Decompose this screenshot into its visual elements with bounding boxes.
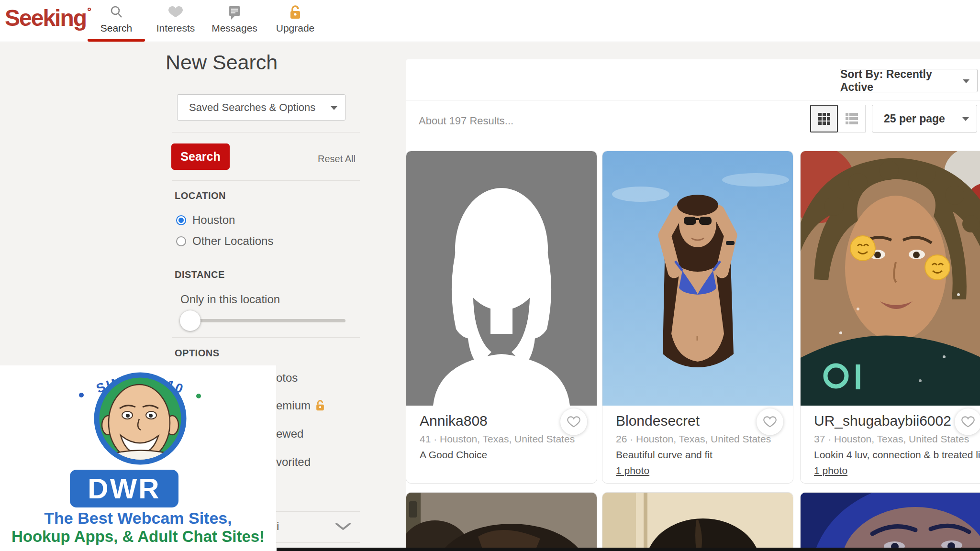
list-view-toggle[interactable] <box>838 105 866 132</box>
caret-down-icon <box>963 79 969 83</box>
nav-item-upgrade[interactable]: Upgrade <box>267 5 324 40</box>
options-heading: OPTIONS <box>175 348 220 359</box>
ad-tagline-2: Hookup Apps, & Adult Chat Sites! <box>0 528 276 546</box>
profile-photo <box>801 151 980 406</box>
nav-label-upgrade: Upgrade <box>276 22 315 34</box>
option-label-fragment: ewed <box>276 427 303 441</box>
default-avatar-silhouette <box>406 151 597 406</box>
location-option-label: Other Locations <box>192 234 273 248</box>
results-count: About 197 Results... <box>419 115 513 127</box>
emoji-sticker-icon <box>850 236 875 261</box>
option-with-photos[interactable]: otos <box>276 371 298 385</box>
nav-item-messages[interactable]: Messages <box>206 5 263 40</box>
profile-info: Annika808 41 · Houston, Texas, United St… <box>406 406 597 483</box>
sort-by-value: Sort By: Recently Active <box>840 68 966 94</box>
divider <box>172 337 360 338</box>
profile-photo <box>406 493 597 551</box>
dwr-logo-text: DWR <box>88 472 160 505</box>
distance-slider[interactable] <box>182 313 345 328</box>
seeking-search-page: { "nav": { "logo": "Seeking", "items": [… <box>0 0 980 551</box>
seeking-logo[interactable]: Seeking <box>5 5 86 31</box>
profile-meta: 26 · Houston, Texas, United States <box>616 433 781 445</box>
list-view-icon <box>845 112 858 125</box>
photo-woman-selfie <box>801 151 980 406</box>
per-page-value: 25 per page <box>884 112 945 125</box>
option-label-fragment: vorited <box>276 455 311 469</box>
search-button[interactable]: Search <box>171 143 230 170</box>
distance-value-label: Only in this location <box>180 293 280 306</box>
profile-card[interactable]: UR_shugabaybii6002 37 · Houston, Texas, … <box>801 151 980 483</box>
profile-tagline: Lookin 4 luv, connection & b treated lik… <box>814 449 980 461</box>
heart-icon <box>167 5 184 20</box>
profile-photo <box>801 493 980 551</box>
profile-card[interactable]: Annika808 41 · Houston, Texas, United St… <box>406 151 597 483</box>
divider <box>172 180 360 181</box>
radio-selected-icon[interactable] <box>176 215 186 225</box>
nav-label-interests: Interests <box>156 22 195 34</box>
location-radio-houston[interactable]: Houston <box>176 213 235 227</box>
profile-photo <box>602 151 793 406</box>
profile-info: Blondesecret 26 · Houston, Texas, United… <box>602 406 793 483</box>
option-viewed[interactable]: ewed <box>276 427 303 441</box>
caret-down-icon <box>962 117 969 121</box>
photos-link[interactable]: 1 photo <box>814 465 847 476</box>
saved-searches-value: Saved Searches & Options <box>189 101 315 114</box>
favorite-button[interactable] <box>560 408 587 435</box>
dwr-ad-overlay: SINCE 2010 DWR The Best Webcam Sites, Ho… <box>0 365 276 551</box>
option-label-fragment: otos <box>276 371 298 385</box>
sort-by-dropdown[interactable]: Sort By: Recently Active <box>840 69 978 92</box>
bottom-bar <box>277 548 980 551</box>
location-option-label: Houston <box>192 213 235 227</box>
ad-tagline-1: The Best Webcam Sites, <box>0 509 276 528</box>
option-label-fragment: emium <box>276 399 311 412</box>
slider-handle[interactable] <box>180 310 200 331</box>
divider <box>172 132 360 132</box>
location-radio-other[interactable]: Other Locations <box>176 234 273 248</box>
profile-meta: 37 · Houston, Texas, United States <box>814 433 980 445</box>
option-favorited[interactable]: vorited <box>276 455 311 469</box>
nav-item-interests[interactable]: Interests <box>147 5 204 40</box>
grid-view-icon <box>818 112 831 125</box>
photo-woman-bikini-sky <box>602 151 793 406</box>
message-icon <box>227 5 242 20</box>
dwr-logo: DWR <box>70 470 178 507</box>
grid-view-toggle[interactable] <box>810 105 838 132</box>
profile-tagline: Beautiful curve and fit <box>616 449 781 461</box>
lock-icon <box>315 399 325 412</box>
chevron-down-icon[interactable] <box>335 522 351 531</box>
nav-label-search: Search <box>100 22 133 34</box>
emoji-sticker-icon <box>925 255 950 280</box>
nav-item-search[interactable]: Search <box>88 5 145 40</box>
profile-card[interactable] <box>801 493 980 551</box>
profile-card[interactable] <box>406 493 597 551</box>
profile-card[interactable] <box>602 493 793 551</box>
heart-outline-icon <box>763 415 777 429</box>
profile-photo <box>602 493 793 551</box>
profile-tagline: A Good Choice <box>420 449 585 461</box>
seeking-logo-text: Seeking <box>5 5 86 31</box>
profile-info: UR_shugabaybii6002 37 · Houston, Texas, … <box>801 406 980 483</box>
top-nav: Seeking Search Interests Messages <box>0 0 980 42</box>
favorite-button[interactable] <box>757 408 783 435</box>
radio-unselected-icon[interactable] <box>176 236 186 246</box>
location-heading: LOCATION <box>175 190 226 201</box>
page-title: New Search <box>166 51 278 74</box>
favorite-button[interactable] <box>955 408 980 435</box>
search-icon <box>109 5 123 20</box>
slider-track[interactable] <box>182 319 345 322</box>
profile-card[interactable]: Blondesecret 26 · Houston, Texas, United… <box>602 151 793 483</box>
profile-photo <box>406 151 597 406</box>
heart-outline-icon <box>961 415 975 429</box>
heart-outline-icon <box>567 415 581 429</box>
distance-heading: DISTANCE <box>175 269 225 280</box>
reset-all-link[interactable]: Reset All <box>318 154 356 165</box>
per-page-dropdown[interactable]: 25 per page <box>872 105 977 132</box>
photos-link[interactable]: 1 photo <box>616 465 649 476</box>
caret-down-icon <box>331 106 337 110</box>
option-premium[interactable]: emium <box>276 399 325 412</box>
divider <box>406 100 980 100</box>
profile-meta: 41 · Houston, Texas, United States <box>420 433 585 445</box>
saved-searches-dropdown[interactable]: Saved Searches & Options <box>177 94 345 121</box>
dwr-mascot-illustration: SINCE 2010 <box>0 365 276 468</box>
collapsed-section-label-fragment: i <box>277 519 279 533</box>
